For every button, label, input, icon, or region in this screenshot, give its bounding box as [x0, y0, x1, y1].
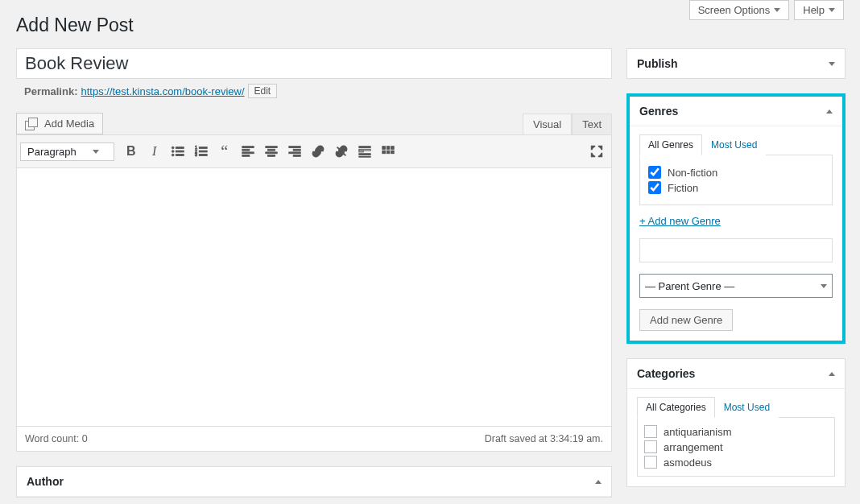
- svg-rect-30: [382, 147, 386, 150]
- svg-rect-35: [391, 151, 394, 154]
- tab-all-genres[interactable]: All Genres: [639, 134, 702, 155]
- category-label: arrangement: [664, 441, 723, 453]
- genre-checkbox[interactable]: [648, 166, 661, 179]
- tab-most-used-genres[interactable]: Most Used: [702, 134, 766, 155]
- categories-checklist[interactable]: antiquarianism arrangement asmodeus: [637, 417, 835, 477]
- tab-all-categories[interactable]: All Categories: [637, 397, 715, 418]
- svg-point-0: [172, 147, 174, 149]
- chevron-down-icon: [774, 8, 780, 12]
- svg-rect-18: [266, 152, 277, 154]
- parent-genre-select[interactable]: — Parent Genre —: [639, 274, 833, 298]
- svg-rect-17: [267, 149, 275, 151]
- genres-box-header[interactable]: Genres: [630, 97, 842, 126]
- category-item[interactable]: arrangement: [644, 440, 828, 453]
- tab-text[interactable]: Text: [572, 114, 612, 134]
- screen-options-button[interactable]: Screen Options: [689, 0, 790, 20]
- category-checkbox[interactable]: [644, 425, 657, 438]
- bold-button[interactable]: B: [120, 140, 143, 163]
- categories-box-title: Categories: [637, 367, 695, 380]
- bulleted-list-button[interactable]: [167, 140, 189, 163]
- blockquote-button[interactable]: “: [213, 140, 236, 163]
- categories-box-header[interactable]: Categories: [627, 359, 845, 389]
- publish-box-title: Publish: [637, 57, 678, 70]
- genre-item[interactable]: Non-fiction: [648, 166, 824, 179]
- svg-text:3: 3: [195, 152, 197, 157]
- editor-content-area[interactable]: [17, 168, 611, 426]
- paragraph-format-select[interactable]: Paragraph: [20, 143, 114, 161]
- category-checkbox[interactable]: [644, 440, 657, 453]
- help-button[interactable]: Help: [794, 0, 844, 20]
- align-right-button[interactable]: [283, 140, 306, 163]
- svg-point-4: [172, 154, 174, 156]
- add-new-genre-button[interactable]: Add new Genre: [639, 309, 733, 331]
- svg-rect-7: [199, 147, 207, 149]
- svg-rect-23: [293, 155, 300, 157]
- editor-box: Paragraph B I 123 “: [16, 134, 612, 452]
- svg-rect-27: [359, 151, 363, 152]
- editor-toolbar: Paragraph B I 123 “: [17, 135, 611, 168]
- category-label: asmodeus: [664, 456, 712, 469]
- tab-most-used-categories[interactable]: Most Used: [715, 397, 779, 418]
- toolbar-toggle-button[interactable]: [377, 140, 399, 163]
- genres-metabox: Genres All Genres Most Used Non-fiction …: [626, 93, 846, 344]
- draft-saved-status: Draft saved at 3:34:19 am.: [485, 433, 603, 444]
- svg-point-2: [172, 151, 174, 153]
- categories-metabox: Categories All Categories Most Used anti…: [626, 358, 846, 487]
- author-box-header[interactable]: Author: [17, 467, 611, 497]
- editor-status-bar: Word count: 0 Draft saved at 3:34:19 am.: [17, 426, 611, 451]
- add-media-label: Add Media: [44, 118, 94, 130]
- category-checkbox[interactable]: [644, 456, 657, 469]
- italic-button[interactable]: I: [143, 140, 166, 163]
- chevron-up-icon: [829, 372, 835, 376]
- svg-rect-33: [382, 151, 386, 154]
- page-title: Add New Post: [16, 14, 134, 36]
- svg-rect-19: [267, 155, 275, 157]
- svg-rect-14: [242, 152, 254, 154]
- align-left-button[interactable]: [237, 140, 259, 163]
- chevron-down-icon: [829, 62, 835, 66]
- word-count: Word count: 0: [25, 433, 88, 444]
- genres-box-title: Genres: [639, 105, 678, 118]
- svg-rect-32: [391, 147, 394, 150]
- svg-rect-1: [176, 147, 184, 149]
- category-item[interactable]: asmodeus: [644, 456, 828, 469]
- edit-slug-button[interactable]: Edit: [248, 84, 278, 98]
- unlink-button[interactable]: [330, 140, 353, 163]
- svg-rect-21: [293, 149, 300, 151]
- genre-item[interactable]: Fiction: [648, 181, 824, 194]
- svg-rect-11: [199, 155, 207, 156]
- align-center-button[interactable]: [260, 140, 283, 163]
- genre-checkbox[interactable]: [648, 181, 661, 194]
- svg-rect-25: [359, 147, 370, 148]
- genres-checklist: Non-fiction Fiction: [639, 155, 833, 205]
- post-title-input[interactable]: [16, 48, 612, 79]
- permalink-url[interactable]: https://test.kinsta.com/book-review/: [81, 85, 244, 97]
- publish-box-header[interactable]: Publish: [627, 49, 845, 78]
- svg-rect-28: [359, 154, 370, 155]
- add-new-genre-toggle[interactable]: + Add new Genre: [639, 215, 721, 227]
- chevron-down-icon: [829, 8, 835, 12]
- svg-rect-15: [242, 155, 250, 157]
- chevron-down-icon: [93, 150, 99, 154]
- link-button[interactable]: [307, 140, 329, 163]
- add-media-button[interactable]: Add Media: [16, 113, 103, 134]
- tab-visual[interactable]: Visual: [523, 114, 572, 134]
- insert-more-button[interactable]: [354, 140, 376, 163]
- chevron-up-icon: [595, 480, 602, 484]
- chevron-up-icon: [826, 109, 833, 114]
- svg-rect-5: [176, 155, 184, 156]
- author-box-title: Author: [27, 475, 64, 488]
- screen-options-label: Screen Options: [698, 4, 771, 16]
- permalink-row: Permalink: https://test.kinsta.com/book-…: [16, 84, 612, 98]
- svg-rect-9: [199, 151, 207, 152]
- svg-rect-13: [242, 149, 250, 151]
- svg-rect-34: [387, 151, 390, 154]
- numbered-list-button[interactable]: 123: [190, 140, 213, 163]
- publish-metabox: Publish: [626, 48, 846, 79]
- permalink-label: Permalink:: [24, 85, 77, 97]
- genre-label: Fiction: [668, 182, 698, 194]
- new-genre-input[interactable]: [639, 238, 833, 262]
- category-item[interactable]: antiquarianism: [644, 425, 828, 438]
- fullscreen-button[interactable]: [585, 140, 608, 163]
- svg-rect-29: [359, 156, 370, 157]
